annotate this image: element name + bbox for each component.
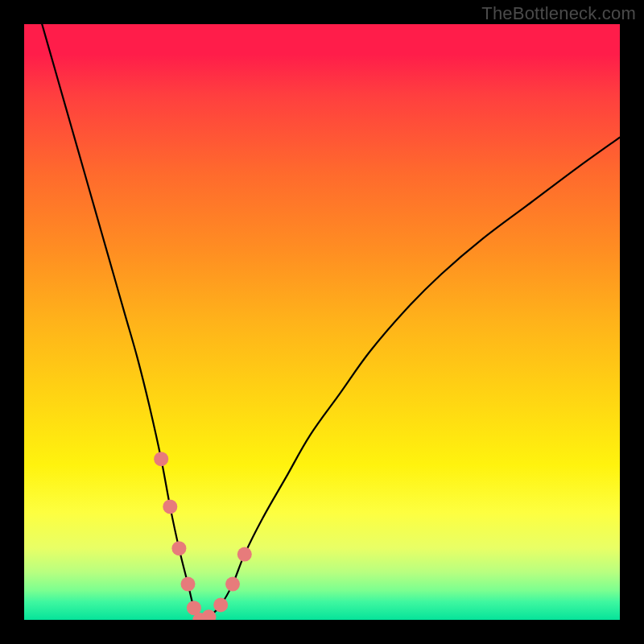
curve-marker — [213, 598, 228, 613]
curve-layer — [24, 24, 620, 620]
curve-marker — [181, 577, 196, 592]
chart-frame: TheBottleneck.com — [0, 0, 644, 644]
plot-area — [24, 24, 620, 620]
curve-marker — [163, 499, 177, 514]
curve-marker — [171, 541, 186, 555]
curve-marker — [237, 547, 252, 562]
watermark-text: TheBottleneck.com — [481, 3, 636, 24]
bottleneck-curve — [42, 24, 620, 620]
curve-marker — [154, 452, 168, 466]
curve-markers — [154, 452, 252, 620]
curve-marker — [201, 609, 216, 620]
curve-marker — [225, 577, 240, 592]
